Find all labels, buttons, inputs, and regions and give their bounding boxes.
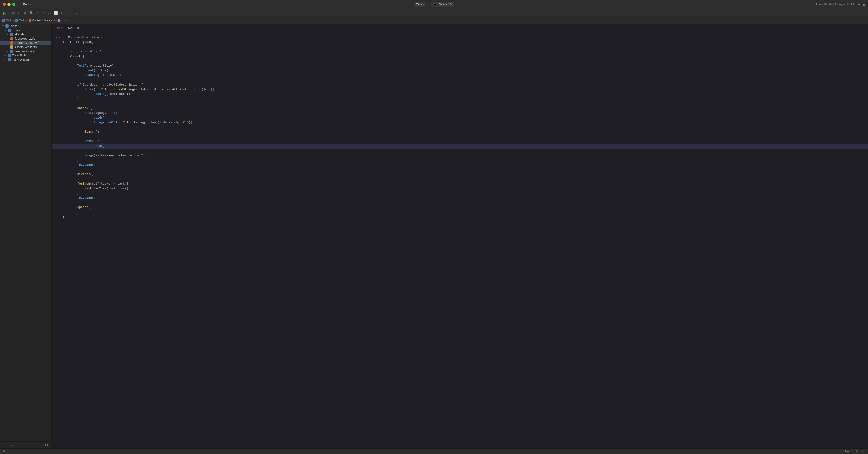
tab-tasks[interactable]: Tasks [414,2,426,7]
code-token: Task [85,40,92,44]
code-token: () [101,116,105,120]
swift-icon-contentview [10,41,13,44]
sidebar-item-tasksapp[interactable]: TasksApp.swift [0,36,51,41]
code-token: bold [94,144,101,149]
sidebar-label-tasks-group: Tasks [12,29,20,32]
nav-back-button[interactable]: ‹ [75,11,78,15]
breadcrumb-item-3[interactable]: body [58,19,68,22]
code-token: 8 [117,73,119,78]
toolbar-icon-5[interactable]: ⚠ [35,11,40,15]
code-token: } [55,210,72,214]
maximize-button[interactable] [12,3,15,6]
toolbar-icon-3[interactable]: ⊠ [23,11,27,15]
editor[interactable]: import SwiftUI struct ContentView: View … [52,24,868,448]
expand-arrow-models[interactable] [6,33,9,36]
sidebar-item-contentview[interactable]: ContentView.swift [0,41,51,45]
code-token: tasks: [ [68,40,85,44]
code-token: Text [77,63,85,68]
expand-arrow-group[interactable] [4,29,6,31]
expand-arrow-assets [6,46,9,48]
filter-icon-2[interactable]: ⊡ [47,444,50,447]
assets-icon [10,46,13,49]
sidebar-label-taskstestui: TasksUITests [12,58,30,61]
code-token: (.title) [94,68,108,73]
simulator-label: iPhone 13 [438,3,452,6]
breadcrumb-item-2[interactable]: ContentView.swift [29,19,55,22]
toolbar-icon-7[interactable]: ⊗ [47,11,52,15]
code-token: ) [143,153,145,158]
sidebar-item-models[interactable]: Models [0,32,51,36]
breadcrumb-sep-2: › [56,19,57,22]
code-token: () [88,205,92,210]
minimize-button[interactable] [7,3,10,6]
code-token: } [55,158,79,162]
code-token: ( [121,120,123,125]
code-line: .bold() [52,116,868,120]
code-token: let [83,83,88,87]
code-line: Divider() [52,172,868,177]
sidebar-item-taskstestui[interactable]: TasksUITests [0,58,51,62]
expand-arrow-root[interactable] [2,25,4,27]
code-token [55,129,85,134]
code-token: var [63,50,68,54]
sidebar-item-tasks-group[interactable]: Tasks [0,28,51,32]
code-line [52,101,868,106]
toolbar-icon-8[interactable]: ⬜ [53,11,59,15]
toolbar-icon-6[interactable]: ◇ [41,11,46,15]
code-token: if [77,83,81,87]
swift-icon [29,19,31,22]
code-token: padding [79,162,92,167]
code-line [52,125,868,129]
split-view-button[interactable]: ⊟ [862,3,865,6]
titlebar-icons: + ⊟ [858,3,865,6]
sidebar-item-tasks-root[interactable]: Tasks [0,24,51,28]
simulator-icon-inline: 📱 [433,3,437,6]
filter-input[interactable] [9,444,42,447]
toolbar-icon-editor[interactable]: ⊡ [69,11,74,15]
code-area[interactable]: import SwiftUI struct ContentView: View … [52,24,868,448]
add-tab-button[interactable]: + [858,3,861,6]
toolbar-icon-9[interactable]: ◻ [60,11,65,15]
code-line: var body: some View { [52,50,868,54]
breadcrumb-item-0[interactable]: Tasks [2,19,13,22]
code-token: ? [101,87,105,92]
expand-arrow-testui[interactable] [4,59,6,61]
breadcrumb-bar: Tasks › Tasks › ContentView.swift › body [0,17,868,24]
code-line: .padding(.bottom, 8) [52,73,868,78]
breadcrumb-item-1[interactable]: Tasks [16,19,26,22]
simulator-tab[interactable]: 📱 iPhone 13 [431,2,454,7]
toolbar-icon-4[interactable]: 🔍 [28,11,34,15]
code-line: VStack { [52,54,868,59]
code-token: (project1.title) [85,63,114,68]
code-token [81,83,83,87]
breadcrumb-sep-0: › [13,19,14,22]
code-token: (.bottom, [99,73,117,78]
code-token: ( [92,139,94,144]
close-button[interactable] [3,3,6,6]
sidebar-label-models: Models [14,33,24,36]
expand-arrow-tasksapp [6,37,9,40]
code-line: import SwiftUI [52,26,868,30]
code-token: ContentView: [66,35,92,40]
expand-arrow-preview[interactable] [6,50,9,53]
sidebar-item-assets[interactable]: Assets.xcassets [0,45,51,49]
expand-arrow-tests[interactable] [4,54,6,57]
breadcrumb-label-2: ContentView.swift [32,19,55,22]
nav-fwd-button[interactable]: › [79,11,83,15]
code-line: } [52,158,868,162]
toolbar-icon-2[interactable]: ⊟ [17,11,22,15]
code-token: View [90,50,97,54]
plus-icon[interactable]: + [2,444,4,447]
layout-icon[interactable]: ⊟ [5,444,8,447]
filter-icon-1[interactable]: ⊞ [43,444,46,447]
code-token: (systemName: [94,153,117,158]
toolbar-icon-1[interactable]: ⊞ [11,11,16,15]
code-token: padding [94,92,106,96]
code-token: ) [119,73,121,78]
code-token: } [55,191,79,195]
code-token: { [99,35,103,40]
sidebar-item-preview[interactable]: Preview Content [0,49,51,53]
code-line [52,200,868,205]
sidebar-item-taskstests[interactable]: TasksTests [0,53,51,58]
run-button[interactable]: ▶ [2,10,7,16]
